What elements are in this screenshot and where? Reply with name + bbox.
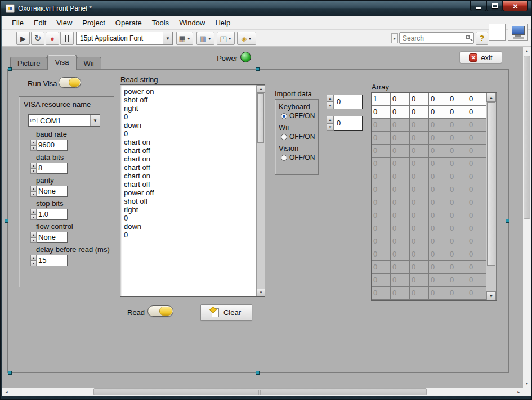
selection-handle[interactable] bbox=[506, 219, 509, 223]
menu-project[interactable]: Project bbox=[77, 16, 110, 29]
run-continuous-button[interactable]: ↻ bbox=[31, 32, 44, 45]
tab-wii[interactable]: Wii bbox=[77, 57, 101, 69]
array-cell[interactable]: 0 bbox=[467, 261, 486, 273]
array-cell[interactable]: 0 bbox=[448, 119, 467, 131]
search-input[interactable] bbox=[403, 33, 462, 43]
flow-control-spinner[interactable]: ▲▼None bbox=[30, 232, 68, 243]
resize-objects-button[interactable]: ◰▼ bbox=[217, 32, 235, 45]
delay-before-read-ms--spinner[interactable]: ▲▼15 bbox=[30, 255, 68, 266]
array-cell[interactable]: 0 bbox=[410, 158, 428, 170]
radio-icon[interactable] bbox=[281, 113, 287, 119]
connector-pane-icon[interactable] bbox=[508, 24, 528, 41]
array-cell[interactable]: 0 bbox=[372, 158, 390, 170]
read-string-scrollbar[interactable]: ▲ ▼ bbox=[256, 85, 265, 296]
scroll-thumb[interactable] bbox=[93, 388, 427, 395]
panel-vertical-scrollbar[interactable]: ▲ ▼ bbox=[523, 47, 531, 388]
radio-vision[interactable]: OFF/ON bbox=[281, 154, 318, 161]
array-index-value[interactable]: 0 bbox=[334, 116, 363, 131]
array-cell[interactable]: 0 bbox=[410, 183, 428, 196]
array-cell[interactable]: 0 bbox=[391, 119, 409, 131]
array-cell[interactable]: 0 bbox=[429, 248, 448, 260]
scroll-thumb[interactable] bbox=[487, 102, 495, 266]
array-cell[interactable]: 0 bbox=[372, 132, 390, 144]
array-cell[interactable]: 0 bbox=[429, 209, 448, 222]
scroll-down-icon[interactable]: ▼ bbox=[257, 289, 265, 296]
parity-spinner[interactable]: ▲▼None bbox=[30, 186, 68, 197]
array-cell[interactable]: 0 bbox=[372, 170, 390, 183]
array-cell[interactable]: 0 bbox=[410, 235, 428, 248]
increment-decrement-icon[interactable]: ▲▼ bbox=[30, 186, 37, 197]
array-cell[interactable]: 0 bbox=[391, 106, 409, 118]
array-index-control[interactable]: ▲▼0 bbox=[327, 95, 363, 109]
menu-edit[interactable]: Edit bbox=[29, 16, 51, 29]
align-objects-button[interactable]: ▦▼ bbox=[176, 32, 193, 45]
minimize-button[interactable] bbox=[470, 1, 486, 11]
array-cell[interactable]: 0 bbox=[372, 209, 390, 222]
power-led[interactable] bbox=[240, 52, 251, 62]
scroll-right-icon[interactable]: ► bbox=[515, 388, 523, 396]
search-dropdown-button[interactable]: ▸ bbox=[391, 33, 398, 43]
array-cell[interactable]: 0 bbox=[372, 119, 390, 131]
array-cell[interactable]: 0 bbox=[410, 93, 428, 105]
vi-icon-pane[interactable] bbox=[489, 24, 506, 41]
help-button[interactable]: ? bbox=[476, 32, 488, 45]
read-toggle[interactable] bbox=[147, 305, 173, 317]
array-cell[interactable]: 0 bbox=[372, 222, 390, 235]
array-cell[interactable]: 0 bbox=[391, 235, 409, 248]
array-cell[interactable]: 0 bbox=[467, 248, 486, 260]
array-cell[interactable]: 0 bbox=[448, 145, 467, 157]
read-string-box[interactable]: power onshot offright0down0chart onchart… bbox=[120, 84, 265, 297]
array-cell[interactable]: 0 bbox=[429, 183, 448, 196]
scroll-down-icon[interactable]: ▼ bbox=[523, 379, 531, 388]
array-cell[interactable]: 0 bbox=[448, 170, 467, 183]
array-cell[interactable]: 0 bbox=[372, 261, 390, 273]
menu-view[interactable]: View bbox=[51, 16, 77, 29]
array-cell[interactable]: 0 bbox=[448, 287, 467, 299]
exit-button[interactable]: ✕ exit bbox=[459, 51, 502, 64]
radio-icon[interactable] bbox=[281, 155, 287, 161]
array-cell[interactable]: 0 bbox=[410, 170, 428, 183]
array-cell[interactable]: 0 bbox=[372, 248, 390, 260]
baud-rate-spinner[interactable]: ▲▼9600 bbox=[30, 140, 68, 151]
scroll-thumb[interactable] bbox=[257, 93, 264, 143]
visa-resource-combo[interactable]: I/O COM1 ▼ bbox=[28, 114, 100, 127]
array-cell[interactable]: 0 bbox=[467, 119, 486, 131]
array-cell[interactable]: 0 bbox=[467, 235, 486, 248]
array-index-value[interactable]: 0 bbox=[334, 95, 363, 109]
array-cell[interactable]: 0 bbox=[391, 93, 409, 105]
array-cell[interactable]: 0 bbox=[467, 196, 486, 209]
abort-button[interactable]: ● bbox=[46, 32, 59, 45]
selection-handle[interactable] bbox=[256, 371, 260, 375]
chevron-down-icon[interactable]: ▼ bbox=[163, 32, 172, 44]
array-cell[interactable]: 0 bbox=[372, 287, 390, 299]
array-cell[interactable]: 0 bbox=[429, 106, 448, 118]
search-icon[interactable] bbox=[466, 35, 470, 39]
array-cell[interactable]: 0 bbox=[467, 158, 486, 170]
array-cell[interactable]: 0 bbox=[448, 132, 467, 144]
array-cell[interactable]: 0 bbox=[410, 196, 428, 209]
array-cell[interactable]: 0 bbox=[410, 106, 428, 118]
scroll-left-icon[interactable]: ◄ bbox=[2, 388, 11, 396]
radio-keyboard[interactable]: OFF/ON bbox=[281, 112, 318, 120]
array-cell[interactable]: 0 bbox=[410, 287, 428, 299]
array-index-control[interactable]: ▲▼0 bbox=[327, 116, 363, 131]
selection-handle[interactable] bbox=[8, 371, 12, 375]
array-cell[interactable]: 0 bbox=[448, 209, 467, 222]
array-cell[interactable]: 0 bbox=[467, 145, 486, 157]
array-cell[interactable]: 0 bbox=[467, 132, 486, 144]
array-cell[interactable]: 0 bbox=[429, 235, 448, 248]
array-cell[interactable]: 0 bbox=[448, 248, 467, 260]
array-cell[interactable]: 0 bbox=[391, 158, 409, 170]
scroll-up-icon[interactable]: ▲ bbox=[257, 85, 265, 93]
array-cell[interactable]: 0 bbox=[391, 248, 409, 260]
array-cell[interactable]: 0 bbox=[372, 235, 390, 248]
field-value[interactable]: 15 bbox=[37, 255, 68, 266]
panel-horizontal-scrollbar[interactable]: ◄ ► bbox=[2, 388, 523, 396]
array-cell[interactable]: 0 bbox=[372, 183, 390, 196]
array-cell[interactable]: 0 bbox=[410, 145, 428, 157]
array-cell[interactable]: 0 bbox=[410, 222, 428, 235]
tab-picture[interactable]: Picture bbox=[10, 57, 47, 69]
array-cell[interactable]: 0 bbox=[467, 170, 486, 183]
array-cell[interactable]: 0 bbox=[410, 248, 428, 260]
menu-window[interactable]: Window bbox=[174, 16, 210, 29]
